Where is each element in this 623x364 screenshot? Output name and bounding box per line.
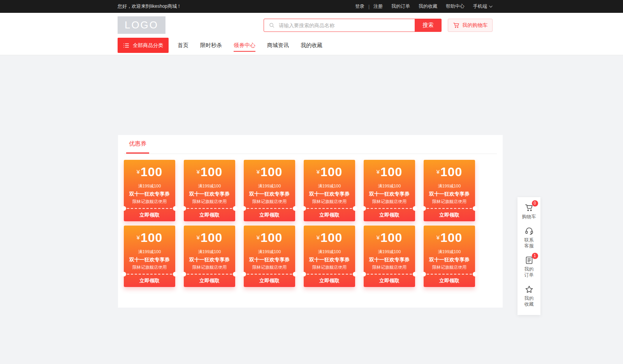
coupon-amount-value: 100 xyxy=(141,165,162,179)
coupon-card: ¥100 满199减100 双十一狂欢专享券 限林记旗舰店使用 立即领取 xyxy=(364,226,415,287)
coupon-currency: ¥ xyxy=(197,168,200,175)
coupon-amount-value: 100 xyxy=(201,231,222,245)
claim-coupon-button[interactable]: 立即领取 xyxy=(244,208,295,221)
coupon-title: 双十一狂欢专享券 xyxy=(304,191,355,198)
coupon-title: 双十一狂欢专享券 xyxy=(124,256,175,263)
coupon-amount-value: 100 xyxy=(201,165,222,179)
coupon-title: 双十一狂欢专享券 xyxy=(244,256,295,263)
nav-item-favorites[interactable]: 我的收藏 xyxy=(295,38,328,53)
topbar-link-register[interactable]: 注册 xyxy=(373,3,383,10)
tab-coupons[interactable]: 优惠券 xyxy=(126,140,149,154)
headset-icon xyxy=(524,226,534,236)
coupon-currency: ¥ xyxy=(197,234,200,241)
coupon-title: 双十一狂欢专享券 xyxy=(244,191,295,198)
claim-coupon-button[interactable]: 立即领取 xyxy=(244,274,295,287)
coupon-title: 双十一狂欢专享券 xyxy=(364,256,415,263)
topbar-links: 登录 | 注册 我的订单 我的收藏 帮助中心 手机端 xyxy=(347,3,493,10)
coupon-currency: ¥ xyxy=(377,168,380,175)
coupon-condition: 满199减100 xyxy=(244,249,295,255)
nav-item-coupon-center[interactable]: 领券中心 xyxy=(228,38,261,53)
cart-badge: 0 xyxy=(532,200,538,206)
claim-coupon-button[interactable]: 立即领取 xyxy=(424,274,475,287)
coupon-scope: 限林记旗舰店使用 xyxy=(184,199,235,205)
cart-icon: 0 xyxy=(524,203,534,212)
coupon-card: ¥100 满199减100 双十一狂欢专享券 限林记旗舰店使用 立即领取 xyxy=(244,226,295,287)
coupon-condition: 满199减100 xyxy=(304,183,355,189)
search-input[interactable] xyxy=(275,19,415,32)
sidebar-item-cart[interactable]: 0 购物车 xyxy=(522,203,536,220)
coupon-scope: 限林记旗舰店使用 xyxy=(124,199,175,205)
category-list-icon xyxy=(123,42,129,49)
coupon-amount: ¥100 xyxy=(244,165,295,179)
header: LOGO 搜索 我的购物车 全部商品分类 首页 限时秒杀 领券中心 商城资讯 我… xyxy=(0,13,623,55)
coupon-amount-value: 100 xyxy=(141,231,162,245)
topbar-link-mobile-label: 手机端 xyxy=(473,3,487,10)
search-button[interactable]: 搜索 xyxy=(415,19,442,32)
coupon-panel: 优惠券 ¥100 满199减100 双十一狂欢专享券 限林记旗舰店使用 立即领取… xyxy=(118,135,503,308)
coupon-card: ¥100 满199减100 双十一狂欢专享券 限林记旗舰店使用 立即领取 xyxy=(304,226,355,287)
coupon-scope: 限林记旗舰店使用 xyxy=(364,264,415,270)
coupon-condition: 满199减100 xyxy=(304,249,355,255)
topbar-link-mobile[interactable]: 手机端 xyxy=(473,3,493,10)
topbar-link-login[interactable]: 登录 xyxy=(355,3,364,10)
all-categories-button-label: 全部商品分类 xyxy=(133,42,163,49)
coupon-currency: ¥ xyxy=(436,168,440,175)
nav-item-flash-sale[interactable]: 限时秒杀 xyxy=(194,38,228,53)
coupon-tabs: 优惠券 xyxy=(124,135,497,154)
search-bar: 搜索 xyxy=(264,19,442,32)
claim-coupon-button[interactable]: 立即领取 xyxy=(424,208,475,221)
topbar-link-favorites[interactable]: 我的收藏 xyxy=(419,3,437,10)
claim-coupon-button[interactable]: 立即领取 xyxy=(184,274,235,287)
coupon-title: 双十一狂欢专享券 xyxy=(304,256,355,263)
coupon-condition: 满199减100 xyxy=(124,183,175,189)
my-cart-button[interactable]: 我的购物车 xyxy=(448,19,493,32)
claim-coupon-button[interactable]: 立即领取 xyxy=(184,208,235,221)
topbar-link-orders[interactable]: 我的订单 xyxy=(391,3,410,10)
coupon-title: 双十一狂欢专享券 xyxy=(184,191,235,198)
coupon-scope: 限林记旗舰店使用 xyxy=(244,199,295,205)
coupon-scope: 限林记旗舰店使用 xyxy=(184,264,235,270)
coupon-condition: 满199减100 xyxy=(244,183,295,189)
coupon-amount: ¥100 xyxy=(304,231,355,245)
claim-coupon-button[interactable]: 立即领取 xyxy=(364,208,415,221)
coupon-amount-value: 100 xyxy=(320,165,342,179)
coupon-amount-value: 100 xyxy=(440,231,462,245)
coupon-amount: ¥100 xyxy=(364,165,415,179)
coupon-currency: ¥ xyxy=(137,168,140,175)
sidebar-item-my-favorites[interactable]: 我的收藏 xyxy=(524,285,534,307)
coupon-currency: ¥ xyxy=(377,234,380,241)
coupon-amount: ¥100 xyxy=(424,231,475,245)
coupon-amount: ¥100 xyxy=(364,231,415,245)
coupon-amount: ¥100 xyxy=(124,165,175,179)
sidebar-item-my-orders-label: 我的订单 xyxy=(524,266,534,278)
all-categories-button[interactable]: 全部商品分类 xyxy=(118,38,169,53)
nav-item-news[interactable]: 商城资讯 xyxy=(261,38,295,53)
chevron-down-icon xyxy=(489,5,493,8)
sidebar-item-my-orders[interactable]: 1 我的订单 xyxy=(524,256,534,278)
coupon-card: ¥100 满199减100 双十一狂欢专享券 限林记旗舰店使用 立即领取 xyxy=(184,226,235,287)
claim-coupon-button[interactable]: 立即领取 xyxy=(304,208,355,221)
coupon-amount-value: 100 xyxy=(380,231,402,245)
coupon-card: ¥100 满199减100 双十一狂欢专享券 限林记旗舰店使用 立即领取 xyxy=(184,160,235,221)
coupon-card: ¥100 满199减100 双十一狂欢专享券 限林记旗舰店使用 立即领取 xyxy=(424,160,475,221)
coupon-scope: 限林记旗舰店使用 xyxy=(424,264,475,270)
logo[interactable]: LOGO xyxy=(118,16,165,34)
nav-item-home[interactable]: 首页 xyxy=(172,38,194,53)
claim-coupon-button[interactable]: 立即领取 xyxy=(124,274,175,287)
coupon-card: ¥100 满199减100 双十一狂欢专享券 限林记旗舰店使用 立即领取 xyxy=(124,226,175,287)
sidebar-item-customer-service[interactable]: 联系客服 xyxy=(524,226,534,249)
coupon-title: 双十一狂欢专享券 xyxy=(364,191,415,198)
topbar-link-help[interactable]: 帮助中心 xyxy=(446,3,465,10)
coupon-currency: ¥ xyxy=(257,234,260,241)
coupon-amount: ¥100 xyxy=(244,231,295,245)
coupon-card: ¥100 满199减100 双十一狂欢专享券 限林记旗舰店使用 立即领取 xyxy=(124,160,175,221)
claim-coupon-button[interactable]: 立即领取 xyxy=(304,274,355,287)
coupon-title: 双十一狂欢专享券 xyxy=(184,256,235,263)
claim-coupon-button[interactable]: 立即领取 xyxy=(124,208,175,221)
claim-coupon-button[interactable]: 立即领取 xyxy=(364,274,415,287)
coupon-currency: ¥ xyxy=(436,234,440,241)
coupon-condition: 满199减100 xyxy=(424,249,475,255)
coupon-card: ¥100 满199减100 双十一狂欢专享券 限林记旗舰店使用 立即领取 xyxy=(304,160,355,221)
coupon-scope: 限林记旗舰店使用 xyxy=(424,199,475,205)
order-icon: 1 xyxy=(524,256,534,265)
